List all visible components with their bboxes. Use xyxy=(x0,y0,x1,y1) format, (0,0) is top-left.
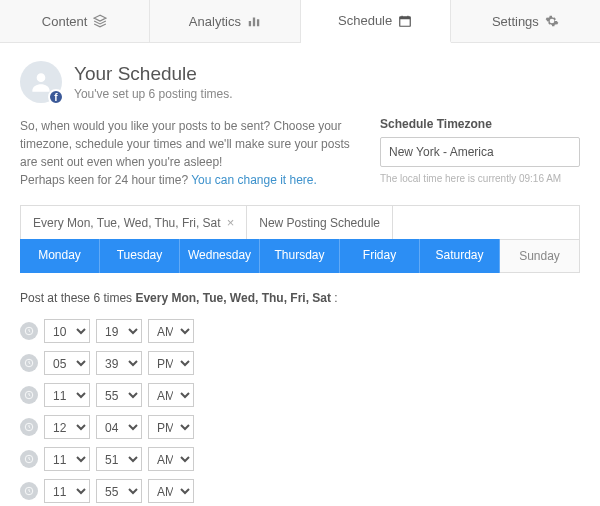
svg-rect-2 xyxy=(253,18,255,27)
main-tabs: Content Analytics Schedule Settings xyxy=(0,0,600,43)
tab-schedule[interactable]: Schedule xyxy=(301,0,451,43)
day-friday[interactable]: Friday xyxy=(340,239,420,273)
day-wednesday[interactable]: Wednesday xyxy=(180,239,260,273)
day-sunday[interactable]: Sunday xyxy=(500,239,580,273)
schedule-tab-current-label: Every Mon, Tue, Wed, Thu, Fri, Sat xyxy=(33,216,221,230)
days-row: Monday Tuesday Wednesday Thursday Friday… xyxy=(20,239,580,273)
time-row: 1019AM xyxy=(20,319,580,343)
intro-row: So, when would you like your posts to be… xyxy=(20,117,580,189)
time-row: 1155AM xyxy=(20,479,580,503)
hour-select[interactable]: 11 xyxy=(44,383,90,407)
time-row: 0539PM xyxy=(20,351,580,375)
facebook-badge-icon: f xyxy=(48,89,64,105)
ampm-select[interactable]: PM xyxy=(148,415,194,439)
tab-analytics-label: Analytics xyxy=(189,14,241,29)
svg-rect-1 xyxy=(249,21,251,26)
hour-select[interactable]: 05 xyxy=(44,351,90,375)
day-thursday[interactable]: Thursday xyxy=(260,239,340,273)
post-label-suffix: : xyxy=(331,291,338,305)
page-title: Your Schedule xyxy=(74,63,233,85)
clock-icon xyxy=(20,354,38,372)
schedule-tabs: Every Mon, Tue, Wed, Thu, Fri, Sat × New… xyxy=(20,205,580,239)
timezone-label: Schedule Timezone xyxy=(380,117,580,131)
minute-select[interactable]: 51 xyxy=(96,447,142,471)
timezone-note: The local time here is currently 09:16 A… xyxy=(380,173,580,184)
ampm-select[interactable]: AM xyxy=(148,447,194,471)
minute-select[interactable]: 39 xyxy=(96,351,142,375)
timezone-box: Schedule Timezone The local time here is… xyxy=(380,117,580,189)
gear-icon xyxy=(545,14,559,28)
intro-line1: So, when would you like your posts to be… xyxy=(20,119,350,169)
tab-settings[interactable]: Settings xyxy=(451,0,600,42)
avatar: f xyxy=(20,61,62,103)
clock-icon xyxy=(20,386,38,404)
close-icon[interactable]: × xyxy=(227,215,235,230)
clock-icon xyxy=(20,450,38,468)
intro-line2-prefix: Perhaps keen for 24 hour time? xyxy=(20,173,191,187)
ampm-select[interactable]: AM xyxy=(148,319,194,343)
schedule-tab-current[interactable]: Every Mon, Tue, Wed, Thu, Fri, Sat × xyxy=(21,206,247,239)
post-label-prefix: Post at these 6 times xyxy=(20,291,135,305)
ampm-select[interactable]: AM xyxy=(148,383,194,407)
intro-text: So, when would you like your posts to be… xyxy=(20,117,358,189)
change-time-format-link[interactable]: You can change it here. xyxy=(191,173,317,187)
day-tuesday[interactable]: Tuesday xyxy=(100,239,180,273)
tab-schedule-label: Schedule xyxy=(338,13,392,28)
page-subtitle: You've set up 6 posting times. xyxy=(74,87,233,101)
tab-content[interactable]: Content xyxy=(0,0,150,42)
minute-select[interactable]: 04 xyxy=(96,415,142,439)
time-row: 1155AM xyxy=(20,383,580,407)
times-list: 1019AM0539PM1155AM1204PM1151AM1155AM xyxy=(20,319,580,503)
header-text: Your Schedule You've set up 6 posting ti… xyxy=(74,63,233,101)
hour-select[interactable]: 11 xyxy=(44,447,90,471)
tab-settings-label: Settings xyxy=(492,14,539,29)
minute-select[interactable]: 55 xyxy=(96,479,142,503)
clock-icon xyxy=(20,482,38,500)
page-header: f Your Schedule You've set up 6 posting … xyxy=(20,61,580,103)
schedule-tab-new-label: New Posting Schedule xyxy=(259,216,380,230)
ampm-select[interactable]: PM xyxy=(148,351,194,375)
content-area: f Your Schedule You've set up 6 posting … xyxy=(0,43,600,506)
post-times-label: Post at these 6 times Every Mon, Tue, We… xyxy=(20,291,580,305)
svg-rect-3 xyxy=(257,19,259,26)
post-label-bold: Every Mon, Tue, Wed, Thu, Fri, Sat xyxy=(135,291,331,305)
schedule-tab-new[interactable]: New Posting Schedule xyxy=(247,206,393,239)
hour-select[interactable]: 10 xyxy=(44,319,90,343)
svg-rect-5 xyxy=(400,16,411,18)
day-monday[interactable]: Monday xyxy=(20,239,100,273)
clock-icon xyxy=(20,322,38,340)
hour-select[interactable]: 11 xyxy=(44,479,90,503)
hour-select[interactable]: 12 xyxy=(44,415,90,439)
svg-marker-0 xyxy=(95,15,107,21)
tab-content-label: Content xyxy=(42,14,88,29)
tab-analytics[interactable]: Analytics xyxy=(150,0,300,42)
timezone-input[interactable] xyxy=(380,137,580,167)
minute-select[interactable]: 19 xyxy=(96,319,142,343)
time-row: 1204PM xyxy=(20,415,580,439)
minute-select[interactable]: 55 xyxy=(96,383,142,407)
clock-icon xyxy=(20,418,38,436)
layers-icon xyxy=(93,14,107,28)
time-row: 1151AM xyxy=(20,447,580,471)
ampm-select[interactable]: AM xyxy=(148,479,194,503)
day-saturday[interactable]: Saturday xyxy=(420,239,500,273)
bar-chart-icon xyxy=(247,14,261,28)
calendar-icon xyxy=(398,14,412,28)
